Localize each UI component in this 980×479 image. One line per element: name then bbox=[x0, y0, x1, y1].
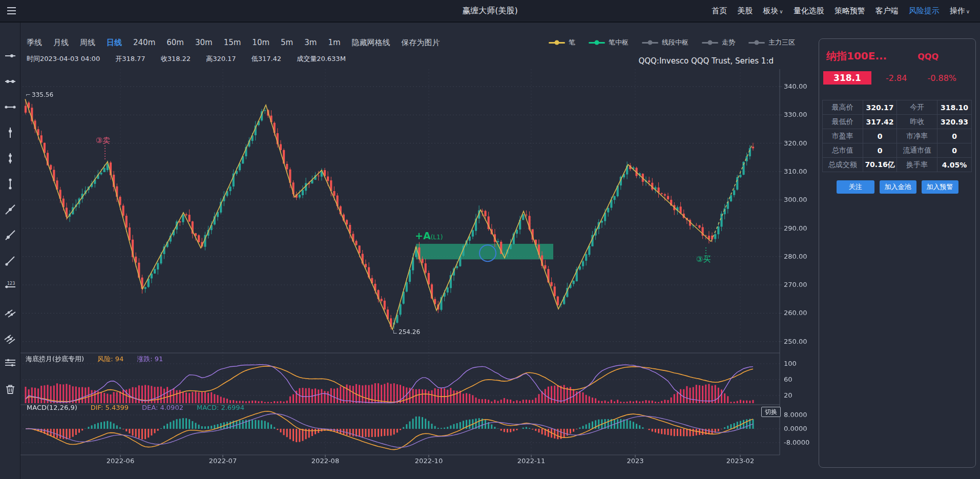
stat-label: 市盈率 bbox=[823, 129, 863, 143]
nav-item-4[interactable]: 量化选股 bbox=[794, 6, 824, 16]
legend-label: 主力三区 bbox=[768, 38, 795, 47]
ohlc-info-bar: 时间2023-04-03 04:00开318.77收318.22高320.17低… bbox=[27, 54, 346, 65]
indicator-value-风险: 风险: 94 bbox=[97, 355, 123, 364]
stat-value: 320.93 bbox=[937, 115, 972, 129]
third-buy-point-marker: ③买 bbox=[696, 255, 711, 264]
nav-item-3[interactable]: 板块∨ bbox=[763, 6, 783, 16]
follow-button[interactable]: 关注 bbox=[837, 180, 874, 194]
stat-label: 流通市值 bbox=[897, 143, 937, 158]
chart-legend: 笔笔中枢线段中枢走势主力三区 bbox=[549, 38, 819, 47]
nav-item-6[interactable]: 客户端 bbox=[875, 6, 899, 16]
indicator-switch-button[interactable]: 切换 bbox=[761, 407, 781, 417]
stat-value: 0 bbox=[863, 129, 897, 143]
stock-stats-table: 最高价320.17今开318.10最低价317.42昨收320.93市盈率0市净… bbox=[822, 100, 972, 172]
timeframe-tab-30m[interactable]: 30m bbox=[195, 38, 213, 47]
trend-segment-tool-icon[interactable] bbox=[4, 254, 17, 267]
add-to-pool-button[interactable]: 加入金池 bbox=[880, 180, 916, 194]
stock-code: QQQ bbox=[918, 52, 939, 61]
indicator-value-DEA: DEA: 4.0902 bbox=[142, 404, 183, 411]
stat-label: 最高价 bbox=[823, 100, 863, 115]
timeframe-tab-周线[interactable]: 周线 bbox=[80, 38, 95, 48]
legend-item-笔[interactable]: 笔 bbox=[549, 38, 575, 47]
vertical-segment-tool-icon[interactable] bbox=[4, 177, 17, 191]
legend-item-主力三区[interactable]: 主力三区 bbox=[748, 38, 795, 47]
timeframe-tab-季线[interactable]: 季线 bbox=[27, 38, 42, 48]
chart-action-2[interactable]: 保存为图片 bbox=[402, 38, 440, 48]
horizontal-ray-tool-icon[interactable] bbox=[4, 49, 17, 63]
stat-label: 市净率 bbox=[897, 129, 937, 143]
legend-line-dot-icon bbox=[748, 42, 765, 44]
nav-item-7[interactable]: 风险提示 bbox=[909, 6, 940, 16]
stat-value: 0 bbox=[863, 143, 897, 158]
timeframe-tab-3m[interactable]: 3m bbox=[304, 38, 317, 47]
stat-value: 4.05% bbox=[937, 158, 972, 172]
nav-item-8[interactable]: 操作∨ bbox=[950, 6, 970, 16]
ohlc-field-3: 收318.22 bbox=[161, 54, 191, 65]
indicator-value-涨跌: 涨跌: 91 bbox=[137, 355, 163, 364]
timeframe-tab-日线[interactable]: 日线 bbox=[107, 38, 122, 48]
horizontal-two-point-tool-icon[interactable] bbox=[4, 75, 17, 88]
timeframe-tab-1m[interactable]: 1m bbox=[328, 38, 340, 47]
third-sell-point-marker: ③卖 bbox=[96, 136, 110, 145]
timeframe-tabs-row: 季线月线周线日线240m60m30m15m10m5m3m1m隐藏网格线保存为图片… bbox=[27, 35, 819, 50]
stock-info-panel: 纳指100E... QQQ 318.1 -2.84 -0.88% 最高价320.… bbox=[819, 38, 976, 468]
timeframe-tab-60m[interactable]: 60m bbox=[166, 38, 184, 47]
legend-line-dot-icon bbox=[549, 42, 565, 44]
nav-item-1[interactable]: 首页 bbox=[712, 6, 727, 16]
timeframe-tab-10m[interactable]: 10m bbox=[252, 38, 269, 47]
stat-label: 总成交额 bbox=[823, 158, 863, 172]
ohlc-field-1: 时间2023-04-03 04:00 bbox=[27, 54, 100, 65]
chevron-down-icon: ∨ bbox=[966, 9, 970, 14]
multi-channel-tool-icon[interactable] bbox=[4, 331, 17, 344]
stats-row: 总市值0流通市值0 bbox=[823, 143, 972, 158]
stat-label: 总市值 bbox=[823, 143, 863, 158]
nav-item-5[interactable]: 策略预警 bbox=[835, 6, 865, 16]
chart-symbol-title: QQQ:Invesco QQQ Trust, Series 1:d bbox=[638, 56, 774, 66]
pivot-zone-label-main: +A bbox=[415, 230, 431, 241]
legend-item-走势[interactable]: 走势 bbox=[702, 38, 735, 47]
trend-line-tool-icon[interactable] bbox=[4, 203, 17, 216]
panel-buttons-row: 关注加入金池加入预警 bbox=[819, 180, 975, 194]
stats-row: 总成交额70.16亿换手率4.05% bbox=[823, 158, 972, 172]
price-change-percent: -0.88% bbox=[927, 73, 956, 83]
stat-value: 0 bbox=[937, 143, 972, 158]
price-change: -2.84 bbox=[886, 73, 907, 83]
timeframe-tab-240m[interactable]: 240m bbox=[133, 38, 155, 47]
stat-label: 换手率 bbox=[897, 158, 937, 172]
vertical-ray-tool-icon[interactable] bbox=[4, 126, 17, 139]
top-nav: 首页美股板块∨量化选股策略预警客户端风险提示操作∨ bbox=[712, 6, 980, 16]
timeframe-tab-月线[interactable]: 月线 bbox=[53, 38, 69, 48]
legend-item-笔中枢[interactable]: 笔中枢 bbox=[589, 38, 629, 47]
stats-row: 最低价317.42昨收320.93 bbox=[823, 115, 972, 129]
price-label-tool-icon[interactable]: 123 bbox=[4, 280, 17, 293]
legend-line-dot-icon bbox=[642, 42, 658, 44]
stats-row: 市盈率0市净率0 bbox=[823, 129, 972, 143]
drawing-toolbar: 123 bbox=[0, 23, 20, 479]
legend-item-线段中枢[interactable]: 线段中枢 bbox=[642, 38, 689, 47]
fib-lines-tool-icon[interactable] bbox=[4, 357, 17, 370]
hamburger-menu-icon[interactable] bbox=[0, 7, 23, 14]
legend-line-dot-icon bbox=[589, 42, 605, 44]
delete-tool-icon[interactable] bbox=[4, 382, 17, 395]
timeframe-tab-15m[interactable]: 15m bbox=[224, 38, 241, 47]
stat-value: 317.42 bbox=[863, 115, 897, 129]
chart-action-1[interactable]: 隐藏网格线 bbox=[352, 38, 390, 48]
stock-name: 纳指100E... bbox=[826, 49, 887, 63]
vertical-two-point-tool-icon[interactable] bbox=[4, 152, 17, 165]
svg-text:123: 123 bbox=[7, 281, 15, 286]
pivot-zone-label-sub: (L1) bbox=[431, 234, 443, 241]
trend-ray-tool-icon[interactable] bbox=[4, 228, 17, 242]
legend-label: 线段中枢 bbox=[662, 38, 689, 47]
add-alert-button[interactable]: 加入预警 bbox=[922, 180, 958, 194]
timeframe-tab-5m[interactable]: 5m bbox=[281, 38, 293, 47]
ohlc-field-4: 高320.17 bbox=[206, 54, 236, 65]
app-title: 赢缠大师(美股) bbox=[462, 6, 517, 16]
high-price-label: ⌐335.56 bbox=[26, 91, 53, 98]
stat-value: 320.17 bbox=[863, 100, 897, 115]
parallel-channel-tool-icon[interactable] bbox=[4, 305, 17, 319]
indicator-value-DIF: DIF: 5.4399 bbox=[91, 404, 129, 411]
stat-value: 318.10 bbox=[937, 100, 972, 115]
horizontal-segment-tool-icon[interactable] bbox=[4, 100, 17, 114]
nav-item-2[interactable]: 美股 bbox=[737, 6, 753, 16]
stat-label: 今开 bbox=[897, 100, 937, 115]
